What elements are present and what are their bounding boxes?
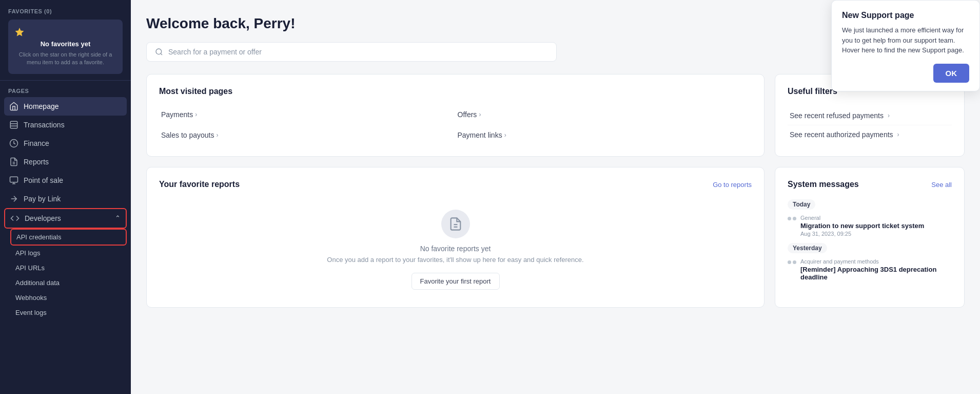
sidebar-item-homepage[interactable]: Homepage [4, 97, 127, 116]
sidebar-item-label: Reports [24, 158, 49, 166]
sidebar-item-label: Homepage [24, 102, 59, 110]
message-item: Acquirer and payment methods [Reminder] … [788, 258, 952, 282]
offers-label: Offers [458, 110, 477, 119]
msg-category: Acquirer and payment methods [800, 258, 952, 265]
sub-nav-item-webhooks[interactable]: Webhooks [10, 290, 127, 305]
favorite-reports-title: Your favorite reports [159, 180, 240, 189]
date-label-yesterday: Yesterday [788, 243, 827, 253]
offers-link[interactable]: Offers › [456, 106, 752, 123]
message-group-today: Today General Migration to new support t… [788, 199, 952, 237]
pages-label: PAGES [0, 81, 131, 97]
refused-payments-label: See recent refused payments [790, 111, 884, 120]
msg-status-dots [788, 260, 796, 264]
document-icon [441, 210, 470, 238]
empty-reports-section: No favorite reports yet Once you add a r… [159, 199, 752, 295]
no-favorites-box: No favorites yet Click on the star on th… [8, 20, 123, 74]
msg-content: General Migration to new support ticket … [800, 215, 924, 237]
msg-time: Aug 31, 2023, 09:25 [800, 231, 924, 237]
chevron-right-icon: › [504, 132, 506, 139]
see-all-link[interactable]: See all [931, 181, 952, 189]
no-favorites-desc: Click on the star on the right side of a… [14, 51, 116, 67]
sub-nav-item-additional-data[interactable]: Additional data [10, 275, 127, 290]
payments-link[interactable]: Payments › [159, 106, 456, 123]
svg-point-10 [156, 49, 162, 54]
sidebar-item-reports[interactable]: Reports [4, 153, 127, 171]
message-item: General Migration to new support ticket … [788, 215, 952, 237]
sub-nav-item-api-credentials[interactable]: API credentials [10, 229, 127, 246]
sidebar-item-transactions[interactable]: Transactions [4, 116, 127, 134]
sidebar-item-developers[interactable]: Developers ⌃ [4, 208, 127, 229]
sidebar-item-finance[interactable]: Finance [4, 134, 127, 153]
sales-to-payouts-label: Sales to payouts [161, 131, 214, 139]
sidebar-favorites-section: FAVORITES (0) No favorites yet Click on … [0, 0, 131, 81]
sidebar-item-label: Point of sale [24, 176, 63, 184]
dot [793, 260, 796, 264]
chevron-right-icon: › [479, 111, 481, 118]
sales-to-payouts-link[interactable]: Sales to payouts › [159, 127, 456, 143]
transactions-icon [9, 120, 18, 129]
payments-label: Payments [161, 110, 193, 119]
favorite-reports-card: Your favorite reports Go to reports No f… [146, 167, 765, 308]
go-to-reports-link[interactable]: Go to reports [713, 181, 752, 189]
authorized-payments-label: See recent authorized payments [790, 130, 893, 139]
most-visited-card: Most visited pages Payments › Offers › S… [146, 74, 765, 157]
authorized-payments-filter[interactable]: See recent authorized payments › [788, 125, 952, 144]
svg-rect-7 [10, 177, 18, 182]
sidebar-item-pay-by-link[interactable]: Pay by Link [4, 190, 127, 208]
chevron-right-icon: › [888, 112, 890, 119]
payment-links-link[interactable]: Payment links › [456, 127, 752, 143]
sub-nav-label: Additional data [15, 279, 60, 287]
developers-icon [10, 214, 19, 223]
developers-sub-nav: API credentials API logs API URLs Additi… [0, 229, 131, 320]
popup-desc: We just launched a more efficient way fo… [842, 25, 969, 55]
popup-title: New Support page [842, 11, 969, 20]
system-messages-header: System messages See all [788, 180, 952, 189]
date-label-today: Today [788, 199, 815, 210]
sidebar-item-label: Developers [25, 214, 61, 222]
system-messages-card: System messages See all Today General Mi… [775, 167, 965, 308]
svg-line-11 [161, 53, 162, 55]
msg-category: General [800, 215, 924, 221]
dot [788, 217, 791, 220]
dot [788, 260, 791, 264]
dot [793, 217, 796, 220]
sidebar: FAVORITES (0) No favorites yet Click on … [0, 0, 131, 394]
most-visited-grid: Payments › Offers › Sales to payouts › P… [159, 106, 752, 143]
sidebar-item-point-of-sale[interactable]: Point of sale [4, 171, 127, 190]
popup-ok-button[interactable]: OK [933, 64, 970, 83]
sub-nav-label: API URLs [15, 264, 45, 272]
sub-nav-label: API logs [15, 249, 40, 257]
bottom-cards-row: Your favorite reports Go to reports No f… [146, 167, 965, 308]
search-bar[interactable] [146, 42, 557, 62]
sidebar-item-label: Transactions [24, 121, 65, 129]
sub-nav-label: API credentials [16, 233, 61, 241]
refused-payments-filter[interactable]: See recent refused payments › [788, 106, 952, 125]
payment-links-label: Payment links [458, 131, 502, 139]
finance-icon [9, 139, 18, 148]
favorite-reports-header: Your favorite reports Go to reports [159, 180, 752, 189]
reports-icon [9, 157, 18, 166]
search-input[interactable] [168, 48, 548, 56]
system-messages-title: System messages [788, 180, 859, 189]
no-reports-title: No favorite reports yet [420, 245, 491, 253]
chevron-up-icon: ⌃ [115, 214, 121, 222]
msg-title[interactable]: Migration to new support ticket system [800, 222, 924, 230]
sub-nav-item-api-logs[interactable]: API logs [10, 246, 127, 260]
search-icon [155, 48, 163, 56]
svg-rect-1 [10, 121, 17, 128]
sub-nav-item-api-urls[interactable]: API URLs [10, 260, 127, 275]
home-icon [9, 102, 18, 111]
sidebar-item-label: Pay by Link [24, 195, 61, 203]
sub-nav-label: Event logs [15, 309, 47, 316]
chevron-right-icon: › [195, 111, 197, 118]
sub-nav-item-event-logs[interactable]: Event logs [10, 305, 127, 320]
no-reports-desc: Once you add a report to your favorites,… [327, 256, 583, 264]
sidebar-nav: Homepage Transactions Finance [0, 97, 131, 229]
msg-title[interactable]: [Reminder] Approaching 3DS1 deprecation … [800, 266, 952, 281]
most-visited-title: Most visited pages [159, 87, 752, 96]
sidebar-item-label: Finance [24, 139, 49, 147]
pos-icon [9, 176, 18, 185]
favorite-first-report-button[interactable]: Favorite your first report [411, 273, 500, 290]
svg-marker-0 [15, 28, 24, 36]
msg-content: Acquirer and payment methods [Reminder] … [800, 258, 952, 282]
